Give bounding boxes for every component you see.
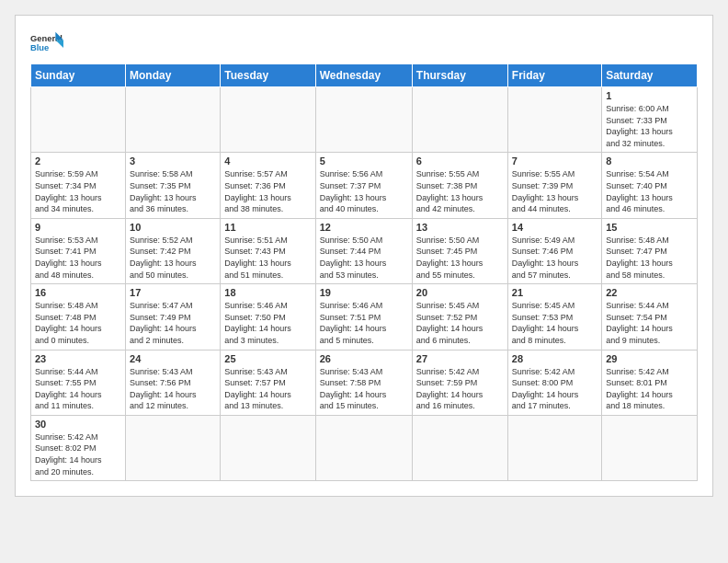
day-number: 14 bbox=[512, 222, 597, 233]
calendar-cell bbox=[602, 415, 698, 480]
calendar-cell: 24Sunrise: 5:43 AM Sunset: 7:56 PM Dayli… bbox=[126, 350, 221, 415]
week-row-1: 2Sunrise: 5:59 AM Sunset: 7:34 PM Daylig… bbox=[31, 153, 698, 218]
cell-info: Sunrise: 5:43 AM Sunset: 7:56 PM Dayligh… bbox=[130, 366, 216, 412]
calendar-cell: 18Sunrise: 5:46 AM Sunset: 7:50 PM Dayli… bbox=[221, 284, 315, 350]
cell-info: Sunrise: 5:48 AM Sunset: 7:47 PM Dayligh… bbox=[606, 235, 693, 281]
calendar-cell: 11Sunrise: 5:51 AM Sunset: 7:43 PM Dayli… bbox=[221, 218, 315, 283]
weekday-header-saturday: Saturday bbox=[602, 64, 698, 87]
calendar-cell: 29Sunrise: 5:42 AM Sunset: 8:01 PM Dayli… bbox=[602, 350, 698, 415]
day-number: 18 bbox=[224, 287, 311, 298]
calendar-cell: 3Sunrise: 5:58 AM Sunset: 7:35 PM Daylig… bbox=[126, 153, 221, 218]
day-number: 25 bbox=[224, 353, 311, 364]
week-row-3: 16Sunrise: 5:48 AM Sunset: 7:48 PM Dayli… bbox=[31, 284, 698, 350]
day-number: 19 bbox=[320, 287, 408, 298]
day-number: 17 bbox=[130, 287, 216, 298]
calendar-cell: 26Sunrise: 5:43 AM Sunset: 7:58 PM Dayli… bbox=[315, 350, 412, 415]
cell-info: Sunrise: 5:59 AM Sunset: 7:34 PM Dayligh… bbox=[35, 168, 121, 214]
weekday-header-wednesday: Wednesday bbox=[315, 64, 412, 87]
calendar-cell: 25Sunrise: 5:43 AM Sunset: 7:57 PM Dayli… bbox=[221, 350, 315, 415]
cell-info: Sunrise: 5:42 AM Sunset: 8:02 PM Dayligh… bbox=[35, 431, 121, 477]
svg-text:Blue: Blue bbox=[30, 43, 49, 52]
calendar-cell: 30Sunrise: 5:42 AM Sunset: 8:02 PM Dayli… bbox=[31, 415, 126, 480]
cell-info: Sunrise: 5:43 AM Sunset: 7:57 PM Dayligh… bbox=[224, 366, 311, 412]
calendar-cell: 12Sunrise: 5:50 AM Sunset: 7:44 PM Dayli… bbox=[315, 218, 412, 283]
calendar-cell: 9Sunrise: 5:53 AM Sunset: 7:41 PM Daylig… bbox=[31, 218, 126, 283]
calendar-cell: 1Sunrise: 6:00 AM Sunset: 7:33 PM Daylig… bbox=[602, 87, 698, 153]
day-number: 15 bbox=[606, 222, 693, 233]
calendar-cell: 28Sunrise: 5:42 AM Sunset: 8:00 PM Dayli… bbox=[507, 350, 601, 415]
calendar-cell: 23Sunrise: 5:44 AM Sunset: 7:55 PM Dayli… bbox=[31, 350, 126, 415]
calendar-cell: 22Sunrise: 5:44 AM Sunset: 7:54 PM Dayli… bbox=[602, 284, 698, 350]
calendar-cell bbox=[126, 415, 221, 480]
cell-info: Sunrise: 5:51 AM Sunset: 7:43 PM Dayligh… bbox=[224, 235, 311, 281]
weekday-header-friday: Friday bbox=[507, 64, 601, 87]
cell-info: Sunrise: 5:46 AM Sunset: 7:51 PM Dayligh… bbox=[320, 300, 408, 346]
calendar-cell: 5Sunrise: 5:56 AM Sunset: 7:37 PM Daylig… bbox=[315, 153, 412, 218]
day-number: 2 bbox=[35, 155, 121, 167]
cell-info: Sunrise: 5:45 AM Sunset: 7:53 PM Dayligh… bbox=[512, 300, 597, 346]
cell-info: Sunrise: 5:55 AM Sunset: 7:39 PM Dayligh… bbox=[512, 168, 597, 214]
weekday-header-monday: Monday bbox=[126, 64, 221, 87]
calendar-cell bbox=[507, 87, 601, 153]
calendar-cell bbox=[507, 415, 601, 480]
day-number: 1 bbox=[606, 90, 693, 101]
day-number: 26 bbox=[320, 353, 408, 364]
calendar-cell: 19Sunrise: 5:46 AM Sunset: 7:51 PM Dayli… bbox=[315, 284, 412, 350]
cell-info: Sunrise: 5:43 AM Sunset: 7:58 PM Dayligh… bbox=[320, 366, 408, 412]
calendar-cell bbox=[315, 87, 412, 153]
weekday-header-tuesday: Tuesday bbox=[221, 64, 315, 87]
calendar-cell: 20Sunrise: 5:45 AM Sunset: 7:52 PM Dayli… bbox=[412, 284, 507, 350]
cell-info: Sunrise: 5:42 AM Sunset: 8:01 PM Dayligh… bbox=[606, 366, 693, 412]
day-number: 6 bbox=[416, 155, 504, 167]
day-number: 28 bbox=[512, 353, 597, 364]
cell-info: Sunrise: 5:42 AM Sunset: 8:00 PM Dayligh… bbox=[512, 366, 597, 412]
day-number: 5 bbox=[320, 155, 408, 167]
page: General Blue SundayMondayTuesdayWednesda… bbox=[15, 15, 713, 497]
day-number: 29 bbox=[606, 353, 693, 364]
cell-info: Sunrise: 5:48 AM Sunset: 7:48 PM Dayligh… bbox=[35, 300, 121, 346]
cell-info: Sunrise: 5:52 AM Sunset: 7:42 PM Dayligh… bbox=[130, 235, 216, 281]
weekday-header-sunday: Sunday bbox=[31, 64, 126, 87]
calendar-cell: 14Sunrise: 5:49 AM Sunset: 7:46 PM Dayli… bbox=[507, 218, 601, 283]
calendar-cell bbox=[412, 87, 507, 153]
cell-info: Sunrise: 5:50 AM Sunset: 7:44 PM Dayligh… bbox=[320, 235, 408, 281]
calendar-cell: 8Sunrise: 5:54 AM Sunset: 7:40 PM Daylig… bbox=[602, 153, 698, 218]
cell-info: Sunrise: 5:55 AM Sunset: 7:38 PM Dayligh… bbox=[416, 168, 504, 214]
cell-info: Sunrise: 5:50 AM Sunset: 7:45 PM Dayligh… bbox=[416, 235, 504, 281]
cell-info: Sunrise: 5:56 AM Sunset: 7:37 PM Dayligh… bbox=[320, 168, 408, 214]
day-number: 20 bbox=[416, 287, 504, 298]
calendar-cell bbox=[221, 87, 315, 153]
day-number: 13 bbox=[416, 222, 504, 233]
cell-info: Sunrise: 5:58 AM Sunset: 7:35 PM Dayligh… bbox=[130, 168, 216, 214]
week-row-4: 23Sunrise: 5:44 AM Sunset: 7:55 PM Dayli… bbox=[31, 350, 698, 415]
cell-info: Sunrise: 5:44 AM Sunset: 7:55 PM Dayligh… bbox=[35, 366, 121, 412]
calendar-cell: 17Sunrise: 5:47 AM Sunset: 7:49 PM Dayli… bbox=[126, 284, 221, 350]
calendar-cell: 16Sunrise: 5:48 AM Sunset: 7:48 PM Dayli… bbox=[31, 284, 126, 350]
day-number: 10 bbox=[130, 222, 216, 233]
day-number: 16 bbox=[35, 287, 121, 298]
logo-icon: General Blue bbox=[30, 30, 63, 56]
day-number: 7 bbox=[512, 155, 597, 167]
calendar-cell: 13Sunrise: 5:50 AM Sunset: 7:45 PM Dayli… bbox=[412, 218, 507, 283]
day-number: 11 bbox=[224, 222, 311, 233]
week-row-0: 1Sunrise: 6:00 AM Sunset: 7:33 PM Daylig… bbox=[31, 87, 698, 153]
calendar-cell bbox=[221, 415, 315, 480]
calendar-cell: 7Sunrise: 5:55 AM Sunset: 7:39 PM Daylig… bbox=[507, 153, 601, 218]
calendar-cell: 4Sunrise: 5:57 AM Sunset: 7:36 PM Daylig… bbox=[221, 153, 315, 218]
day-number: 3 bbox=[130, 155, 216, 167]
calendar-cell: 6Sunrise: 5:55 AM Sunset: 7:38 PM Daylig… bbox=[412, 153, 507, 218]
week-row-5: 30Sunrise: 5:42 AM Sunset: 8:02 PM Dayli… bbox=[31, 415, 698, 480]
day-number: 9 bbox=[35, 222, 121, 233]
calendar-cell: 2Sunrise: 5:59 AM Sunset: 7:34 PM Daylig… bbox=[31, 153, 126, 218]
cell-info: Sunrise: 5:54 AM Sunset: 7:40 PM Dayligh… bbox=[606, 168, 693, 214]
calendar-cell bbox=[126, 87, 221, 153]
weekday-header-thursday: Thursday bbox=[412, 64, 507, 87]
day-number: 27 bbox=[416, 353, 504, 364]
day-number: 21 bbox=[512, 287, 597, 298]
cell-info: Sunrise: 5:42 AM Sunset: 7:59 PM Dayligh… bbox=[416, 366, 504, 412]
week-row-2: 9Sunrise: 5:53 AM Sunset: 7:41 PM Daylig… bbox=[31, 218, 698, 283]
cell-info: Sunrise: 6:00 AM Sunset: 7:33 PM Dayligh… bbox=[606, 103, 693, 149]
day-number: 8 bbox=[606, 155, 693, 167]
cell-info: Sunrise: 5:45 AM Sunset: 7:52 PM Dayligh… bbox=[416, 300, 504, 346]
day-number: 4 bbox=[224, 155, 311, 167]
